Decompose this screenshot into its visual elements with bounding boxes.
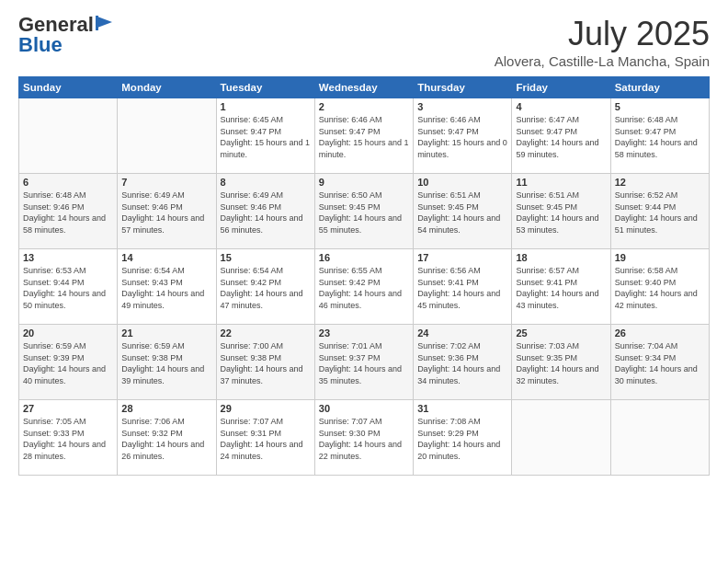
day-number: 1 — [221, 101, 311, 112]
calendar-cell — [512, 400, 610, 476]
calendar-cell: 6Sunrise: 6:48 AM Sunset: 9:46 PM Daylig… — [19, 174, 118, 249]
calendar-cell: 20Sunrise: 6:59 AM Sunset: 9:39 PM Dayli… — [19, 325, 118, 400]
calendar-cell: 15Sunrise: 6:54 AM Sunset: 9:42 PM Dayli… — [216, 249, 314, 325]
calendar-week-row: 27Sunrise: 7:05 AM Sunset: 9:33 PM Dayli… — [19, 400, 710, 476]
day-info: Sunrise: 6:51 AM Sunset: 9:45 PM Dayligh… — [417, 190, 507, 236]
day-number: 3 — [417, 101, 507, 112]
day-info: Sunrise: 7:03 AM Sunset: 9:35 PM Dayligh… — [516, 340, 606, 386]
day-info: Sunrise: 7:04 AM Sunset: 9:34 PM Dayligh… — [615, 340, 705, 386]
day-number: 6 — [23, 177, 113, 188]
day-info: Sunrise: 6:54 AM Sunset: 9:42 PM Dayligh… — [221, 265, 311, 311]
logo: General Blue — [18, 15, 114, 55]
calendar-cell: 9Sunrise: 6:50 AM Sunset: 9:45 PM Daylig… — [314, 174, 413, 249]
day-number: 4 — [516, 101, 606, 112]
day-number: 8 — [221, 177, 311, 188]
calendar-week-row: 20Sunrise: 6:59 AM Sunset: 9:39 PM Dayli… — [19, 325, 710, 400]
day-number: 23 — [319, 327, 409, 339]
calendar-cell: 19Sunrise: 6:58 AM Sunset: 9:40 PM Dayli… — [610, 249, 709, 325]
day-info: Sunrise: 6:46 AM Sunset: 9:47 PM Dayligh… — [417, 114, 507, 160]
day-number: 30 — [319, 403, 409, 414]
calendar-table: SundayMondayTuesdayWednesdayThursdayFrid… — [18, 76, 710, 476]
calendar-cell: 22Sunrise: 7:00 AM Sunset: 9:38 PM Dayli… — [216, 325, 314, 400]
calendar-cell: 1Sunrise: 6:45 AM Sunset: 9:47 PM Daylig… — [216, 98, 314, 174]
day-number: 25 — [516, 327, 606, 339]
logo-blue-text: Blue — [18, 35, 114, 55]
header-wednesday: Wednesday — [314, 77, 413, 98]
calendar-cell: 2Sunrise: 6:46 AM Sunset: 9:47 PM Daylig… — [314, 98, 413, 174]
day-number: 28 — [121, 403, 211, 414]
day-number: 29 — [221, 403, 311, 414]
day-number: 19 — [615, 252, 705, 263]
calendar-header-row: SundayMondayTuesdayWednesdayThursdayFrid… — [19, 77, 710, 98]
day-info: Sunrise: 6:57 AM Sunset: 9:41 PM Dayligh… — [516, 265, 606, 311]
calendar-cell — [610, 400, 709, 476]
day-info: Sunrise: 6:55 AM Sunset: 9:42 PM Dayligh… — [319, 265, 409, 311]
calendar-cell: 3Sunrise: 6:46 AM Sunset: 9:47 PM Daylig… — [414, 98, 512, 174]
header-saturday: Saturday — [610, 77, 709, 98]
calendar-cell: 29Sunrise: 7:07 AM Sunset: 9:31 PM Dayli… — [216, 400, 314, 476]
day-info: Sunrise: 6:51 AM Sunset: 9:45 PM Dayligh… — [516, 190, 606, 236]
calendar-cell: 23Sunrise: 7:01 AM Sunset: 9:37 PM Dayli… — [314, 325, 413, 400]
day-info: Sunrise: 6:48 AM Sunset: 9:46 PM Dayligh… — [23, 190, 113, 236]
calendar-cell: 8Sunrise: 6:49 AM Sunset: 9:46 PM Daylig… — [216, 174, 314, 249]
logo-general-text: General — [18, 15, 94, 35]
day-info: Sunrise: 6:59 AM Sunset: 9:38 PM Dayligh… — [121, 340, 211, 386]
day-number: 22 — [221, 327, 311, 339]
calendar-cell: 21Sunrise: 6:59 AM Sunset: 9:38 PM Dayli… — [118, 325, 216, 400]
day-number: 31 — [417, 403, 507, 414]
day-number: 20 — [23, 327, 113, 339]
day-info: Sunrise: 7:02 AM Sunset: 9:36 PM Dayligh… — [417, 340, 507, 386]
day-number: 14 — [121, 252, 211, 263]
header-sunday: Sunday — [19, 77, 118, 98]
day-info: Sunrise: 6:50 AM Sunset: 9:45 PM Dayligh… — [319, 190, 409, 236]
header-tuesday: Tuesday — [216, 77, 314, 98]
page-header: General Blue July 2025 Alovera, Castille… — [18, 15, 710, 69]
calendar-cell: 28Sunrise: 7:06 AM Sunset: 9:32 PM Dayli… — [118, 400, 216, 476]
title-area: July 2025 Alovera, Castille-La Mancha, S… — [495, 15, 710, 69]
calendar-week-row: 13Sunrise: 6:53 AM Sunset: 9:44 PM Dayli… — [19, 249, 710, 325]
day-info: Sunrise: 7:08 AM Sunset: 9:29 PM Dayligh… — [417, 416, 507, 462]
svg-marker-0 — [97, 17, 112, 28]
day-info: Sunrise: 6:46 AM Sunset: 9:47 PM Dayligh… — [319, 114, 409, 160]
day-number: 16 — [319, 252, 409, 263]
header-monday: Monday — [118, 77, 216, 98]
month-title: July 2025 — [495, 15, 710, 53]
day-info: Sunrise: 6:49 AM Sunset: 9:46 PM Dayligh… — [121, 190, 211, 236]
day-number: 11 — [516, 177, 606, 188]
logo-flag-icon — [96, 15, 114, 31]
location-title: Alovera, Castille-La Mancha, Spain — [495, 53, 710, 69]
calendar-cell: 10Sunrise: 6:51 AM Sunset: 9:45 PM Dayli… — [414, 174, 512, 249]
calendar-cell: 31Sunrise: 7:08 AM Sunset: 9:29 PM Dayli… — [414, 400, 512, 476]
calendar-cell: 12Sunrise: 6:52 AM Sunset: 9:44 PM Dayli… — [610, 174, 709, 249]
day-number: 10 — [417, 177, 507, 188]
day-info: Sunrise: 6:47 AM Sunset: 9:47 PM Dayligh… — [516, 114, 606, 160]
day-number: 7 — [121, 177, 211, 188]
day-info: Sunrise: 7:05 AM Sunset: 9:33 PM Dayligh… — [23, 416, 113, 462]
day-info: Sunrise: 7:07 AM Sunset: 9:31 PM Dayligh… — [221, 416, 311, 462]
day-number: 5 — [615, 101, 705, 112]
calendar-week-row: 1Sunrise: 6:45 AM Sunset: 9:47 PM Daylig… — [19, 98, 710, 174]
day-info: Sunrise: 6:52 AM Sunset: 9:44 PM Dayligh… — [615, 190, 705, 236]
calendar-cell: 7Sunrise: 6:49 AM Sunset: 9:46 PM Daylig… — [118, 174, 216, 249]
day-number: 17 — [417, 252, 507, 263]
calendar-cell: 24Sunrise: 7:02 AM Sunset: 9:36 PM Dayli… — [414, 325, 512, 400]
day-number: 2 — [319, 101, 409, 112]
calendar-cell: 5Sunrise: 6:48 AM Sunset: 9:47 PM Daylig… — [610, 98, 709, 174]
day-number: 12 — [615, 177, 705, 188]
calendar-cell — [19, 98, 118, 174]
day-number: 21 — [121, 327, 211, 339]
calendar-cell — [118, 98, 216, 174]
day-info: Sunrise: 6:59 AM Sunset: 9:39 PM Dayligh… — [23, 340, 113, 386]
day-number: 24 — [417, 327, 507, 339]
calendar-cell: 26Sunrise: 7:04 AM Sunset: 9:34 PM Dayli… — [610, 325, 709, 400]
day-info: Sunrise: 6:45 AM Sunset: 9:47 PM Dayligh… — [221, 114, 311, 160]
day-info: Sunrise: 6:48 AM Sunset: 9:47 PM Dayligh… — [615, 114, 705, 160]
day-number: 13 — [23, 252, 113, 263]
calendar-week-row: 6Sunrise: 6:48 AM Sunset: 9:46 PM Daylig… — [19, 174, 710, 249]
day-number: 18 — [516, 252, 606, 263]
calendar-cell: 14Sunrise: 6:54 AM Sunset: 9:43 PM Dayli… — [118, 249, 216, 325]
calendar-cell: 17Sunrise: 6:56 AM Sunset: 9:41 PM Dayli… — [414, 249, 512, 325]
day-number: 27 — [23, 403, 113, 414]
calendar-cell: 11Sunrise: 6:51 AM Sunset: 9:45 PM Dayli… — [512, 174, 610, 249]
calendar-cell: 16Sunrise: 6:55 AM Sunset: 9:42 PM Dayli… — [314, 249, 413, 325]
